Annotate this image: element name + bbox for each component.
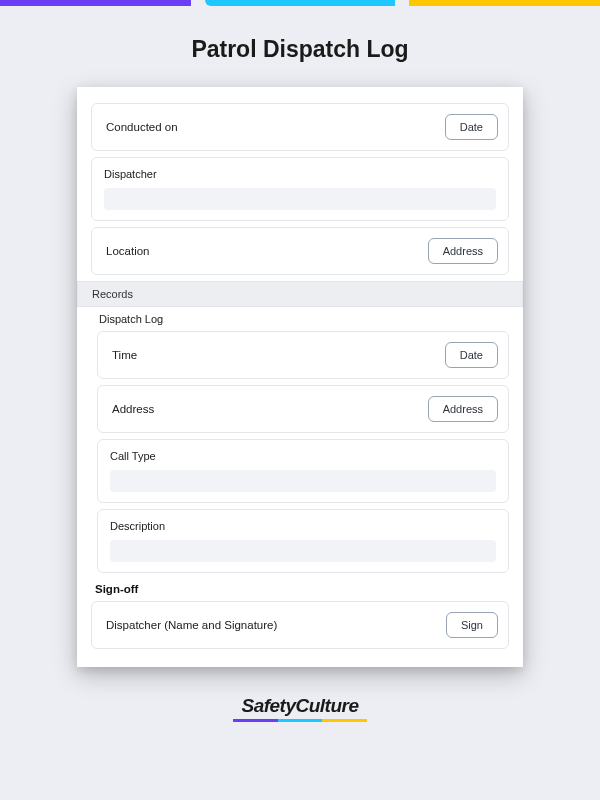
signoff-section-header: Sign-off <box>95 583 523 595</box>
location-label: Location <box>106 245 149 257</box>
time-date-button[interactable]: Date <box>445 342 498 368</box>
form-card: Conducted on Date Dispatcher Location Ad… <box>77 87 523 667</box>
sign-button[interactable]: Sign <box>446 612 498 638</box>
field-address: Address Address <box>97 385 509 433</box>
address-address-button[interactable]: Address <box>428 396 498 422</box>
description-input[interactable] <box>110 540 496 562</box>
conducted-on-label: Conducted on <box>106 121 178 133</box>
date-button[interactable]: Date <box>445 114 498 140</box>
call-type-label: Call Type <box>110 450 496 462</box>
dispatcher-sig-label: Dispatcher (Name and Signature) <box>106 619 277 631</box>
field-dispatcher: Dispatcher <box>91 157 509 221</box>
brand-underline <box>233 719 367 722</box>
address-button[interactable]: Address <box>428 238 498 264</box>
dispatcher-label: Dispatcher <box>104 168 496 180</box>
field-time: Time Date <box>97 331 509 379</box>
footer-brand: SafetyCulture <box>0 695 600 722</box>
field-call-type: Call Type <box>97 439 509 503</box>
field-dispatcher-signature: Dispatcher (Name and Signature) Sign <box>91 601 509 649</box>
page-title: Patrol Dispatch Log <box>0 36 600 63</box>
records-section-header: Records <box>77 281 523 307</box>
description-label: Description <box>110 520 496 532</box>
header-accent-bar <box>0 0 600 6</box>
field-description: Description <box>97 509 509 573</box>
address-label: Address <box>112 403 154 415</box>
dispatcher-input[interactable] <box>104 188 496 210</box>
field-conducted-on: Conducted on Date <box>91 103 509 151</box>
time-label: Time <box>112 349 137 361</box>
call-type-input[interactable] <box>110 470 496 492</box>
brand-logo-text: SafetyCulture <box>0 695 600 717</box>
field-location: Location Address <box>91 227 509 275</box>
dispatch-log-subheader: Dispatch Log <box>99 313 523 325</box>
